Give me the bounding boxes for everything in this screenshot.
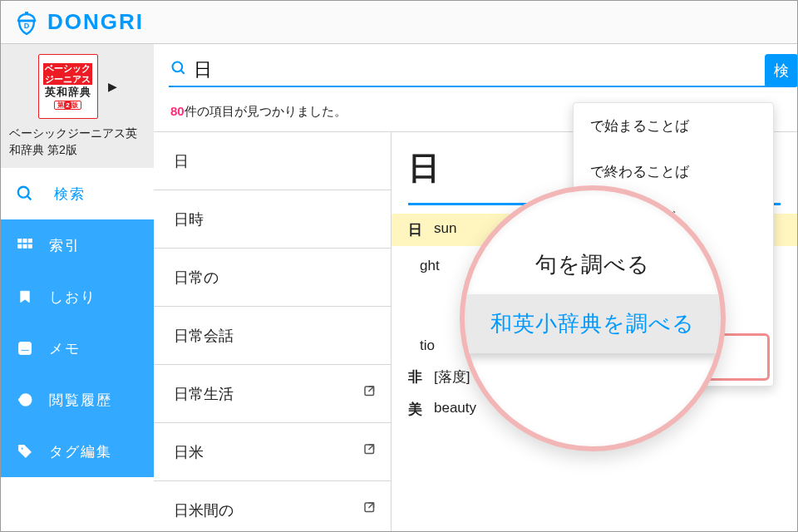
tag-icon (16, 443, 34, 460)
svg-text:D: D (24, 22, 30, 30)
main-area: × 検 80件の項目が見つかりました。 日 日時 日常の 日常会話 日常生活 (154, 44, 797, 532)
list-item[interactable]: 日 (154, 132, 391, 190)
svg-point-13 (21, 448, 23, 451)
sidebar-item-search[interactable]: 検索 (1, 168, 154, 219)
list-item[interactable]: 日米間の (154, 481, 391, 532)
note-icon (16, 340, 34, 357)
magnifier-callout: 句を調べる 和英小辞典を調べる (460, 185, 726, 451)
svg-point-14 (173, 62, 183, 72)
list-item[interactable]: 日時 (154, 190, 391, 249)
sidebar-item-memo[interactable]: メモ (1, 323, 154, 374)
sidebar-item-history[interactable]: 閲覧履歴 (1, 374, 154, 426)
current-dictionary[interactable]: ベーシック ジーニアス 英和辞典 第2版 ▶ ベーシックジーニアス英和辞典 第2… (1, 44, 154, 168)
svg-rect-9 (28, 244, 32, 248)
search-button[interactable]: 検 (765, 54, 798, 87)
chevron-right-icon[interactable]: ▶ (108, 80, 117, 93)
svg-line-15 (181, 71, 185, 74)
entry-headword: 日 (408, 147, 440, 190)
sidebar-nav: 検索 索引 しおり メモ (1, 168, 154, 477)
app-header: D DONGRI (1, 1, 797, 44)
list-item[interactable]: 日常の (154, 249, 391, 307)
acorn-logo-icon: D (14, 10, 39, 35)
svg-rect-0 (25, 12, 28, 15)
search-row: × 検 (154, 44, 797, 92)
svg-point-2 (18, 187, 29, 198)
results-list: 日 日時 日常の 日常会話 日常生活 日米 日米間の (154, 132, 392, 532)
svg-rect-8 (23, 244, 27, 248)
svg-line-3 (27, 196, 32, 200)
search-input[interactable] (194, 59, 766, 81)
list-item[interactable]: 日常生活 (154, 365, 391, 423)
list-item[interactable]: 日常会話 (154, 307, 391, 365)
magnifier-top-line: 句を調べる (535, 250, 650, 279)
bookmark-icon (16, 288, 34, 305)
svg-rect-4 (18, 239, 22, 243)
svg-rect-5 (23, 239, 27, 243)
grid-icon (16, 237, 34, 254)
svg-rect-6 (28, 239, 32, 243)
dictionary-name: ベーシックジーニアス英和辞典 第2版 (9, 126, 145, 158)
svg-rect-7 (18, 244, 22, 248)
sidebar-item-index[interactable]: 索引 (1, 219, 154, 271)
dropdown-item-startswith[interactable]: で始まることば (574, 103, 773, 149)
sidebar-item-bookmark[interactable]: しおり (1, 271, 154, 323)
search-icon (170, 60, 187, 80)
search-icon (16, 185, 34, 203)
brand-text: DONGRI (47, 9, 144, 35)
external-link-icon (362, 442, 377, 461)
dictionary-cover: ベーシック ジーニアス 英和辞典 第2版 (38, 54, 98, 119)
sidebar: ベーシック ジーニアス 英和辞典 第2版 ▶ ベーシックジーニアス英和辞典 第2… (1, 44, 154, 532)
list-item[interactable]: 日米 (154, 423, 391, 481)
svg-rect-10 (19, 342, 32, 355)
external-link-icon (362, 384, 377, 403)
sidebar-item-tags[interactable]: タグ編集 (1, 426, 154, 477)
search-box: × (169, 56, 784, 87)
external-link-icon (362, 500, 377, 520)
history-icon (16, 392, 34, 408)
svg-rect-11 (21, 350, 29, 352)
magnifier-highlight: 和英小辞典を調べる (467, 294, 718, 353)
